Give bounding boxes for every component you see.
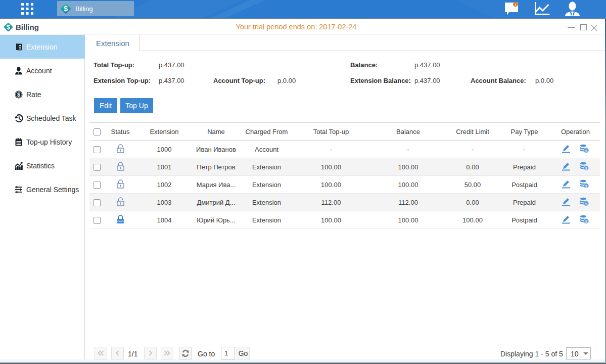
svg-text:$: $ bbox=[585, 219, 588, 223]
svg-text:$: $ bbox=[64, 5, 68, 13]
svg-text:!: ! bbox=[515, 3, 517, 7]
svg-text:$: $ bbox=[585, 201, 588, 206]
svg-text:$: $ bbox=[585, 166, 588, 170]
svg-text:$: $ bbox=[585, 148, 588, 153]
svg-text:$: $ bbox=[17, 92, 20, 98]
svg-text:$: $ bbox=[585, 184, 588, 188]
